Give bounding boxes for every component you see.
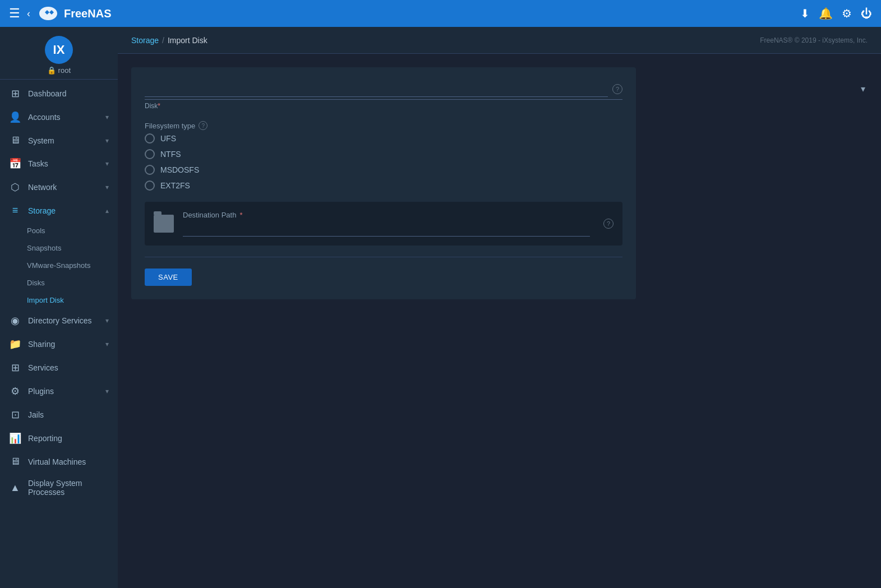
plugins-icon: ⚙ (9, 385, 21, 397)
filesystem-type-field-row: Filesystem type ? UFS NTFS (145, 121, 622, 191)
sidebar-item-snapshots[interactable]: Snapshots (0, 239, 118, 257)
sidebar-item-disks[interactable]: Disks (0, 274, 118, 291)
radio-option-msdosfs[interactable]: MSDOSFS (145, 165, 622, 175)
breadcrumb-separator: / (162, 36, 164, 45)
topbar: ☰ ‹ FreeNAS ⬇ 🔔 ⚙ ⏻ (0, 0, 881, 27)
form-area: ▾ ? Disk* Filesystem type ? (118, 54, 881, 588)
avatar-text: IX (53, 43, 65, 57)
sidebar-item-plugins[interactable]: ⚙ Plugins ▾ (0, 379, 118, 403)
power-icon[interactable]: ⏻ (861, 7, 872, 20)
topbar-icons: ⬇ 🔔 ⚙ ⏻ (800, 7, 872, 20)
sidebar-item-label: System (28, 136, 99, 145)
disk-required-star: * (158, 102, 160, 110)
destination-path-label: Destination Path * (183, 211, 590, 219)
dropdown-arrow-icon: ▾ (861, 84, 865, 94)
sidebar-item-virtual-machines[interactable]: 🖥 Virtual Machines (0, 450, 118, 473)
copyright-text: FreeNAS® © 2019 - iXsystems, Inc. (760, 36, 868, 44)
system-icon: 🖥 (9, 135, 21, 146)
form-divider (145, 257, 622, 257)
form-card: ▾ ? Disk* Filesystem type ? (131, 67, 636, 299)
download-icon[interactable]: ⬇ (800, 7, 810, 20)
sidebar-item-vmware-snapshots[interactable]: VMware-Snapshots (0, 257, 118, 274)
radio-circle-ufs (145, 133, 155, 143)
sidebar-item-label: Virtual Machines (28, 457, 109, 466)
logo: FreeNAS (37, 4, 111, 22)
breadcrumb: Storage / Import Disk (131, 36, 207, 45)
destination-path-input[interactable] (183, 223, 590, 237)
sidebar-item-directory-services[interactable]: ◉ Directory Services ▾ (0, 309, 118, 332)
chevron-down-icon: ▾ (105, 317, 109, 325)
sidebar-item-label: Services (28, 363, 109, 372)
layout: IX 🔒 root ⊞ Dashboard 👤 Accounts ▾ 🖥 Sys… (0, 27, 881, 588)
sidebar-item-pools[interactable]: Pools (0, 222, 118, 239)
jails-icon: ⊡ (9, 409, 21, 421)
sidebar-item-label: Storage (28, 206, 99, 215)
services-icon: ⊞ (9, 362, 21, 374)
destination-path-inner: Destination Path * (183, 211, 590, 237)
sidebar-sub-label: Disks (27, 279, 45, 287)
sidebar-item-tasks[interactable]: 📅 Tasks ▾ (0, 152, 118, 175)
display-system-processes-icon: ▲ (9, 482, 21, 494)
chevron-down-icon: ▾ (105, 183, 109, 191)
dest-required-star: * (239, 211, 242, 219)
notification-icon[interactable]: 🔔 (819, 7, 833, 20)
sidebar-item-label: Sharing (28, 340, 99, 349)
sidebar-item-label: Network (28, 183, 99, 192)
sidebar-sub-label: Snapshots (27, 244, 61, 252)
radio-circle-msdosfs (145, 165, 155, 175)
sidebar-item-display-system-processes[interactable]: ▲ Display System Processes (0, 473, 118, 502)
radio-label-ufs: UFS (160, 134, 176, 143)
disk-help-icon[interactable]: ? (612, 84, 622, 94)
topbar-left: ☰ ‹ FreeNAS (9, 4, 111, 22)
sidebar-item-network[interactable]: ⬡ Network ▾ (0, 175, 118, 199)
sidebar-item-label: Reporting (28, 434, 109, 443)
filesystem-radio-group: UFS NTFS MSDOSFS EXT2FS (145, 133, 622, 191)
hamburger-icon[interactable]: ☰ (9, 6, 20, 21)
virtual-machines-icon: 🖥 (9, 456, 21, 467)
disk-select-wrapper: ▾ ? (145, 81, 622, 100)
filesystem-type-help-icon[interactable]: ? (199, 121, 207, 130)
breadcrumb-bar: Storage / Import Disk FreeNAS® © 2019 - … (118, 27, 881, 54)
sidebar-item-label: Directory Services (28, 316, 99, 325)
logo-text: FreeNAS (64, 7, 111, 20)
dashboard-icon: ⊞ (9, 87, 21, 100)
freenas-logo-icon (37, 4, 59, 22)
destination-path-help-icon[interactable]: ? (603, 219, 614, 229)
lock-icon: 🔒 (47, 66, 56, 75)
sidebar-item-import-disk[interactable]: Import Disk (0, 291, 118, 309)
destination-path-box: Destination Path * ? (145, 202, 622, 246)
sidebar-item-system[interactable]: 🖥 System ▾ (0, 129, 118, 152)
sidebar-item-label: Accounts (28, 113, 99, 122)
radio-option-ntfs[interactable]: NTFS (145, 149, 622, 159)
sidebar-item-accounts[interactable]: 👤 Accounts ▾ (0, 105, 118, 129)
save-button[interactable]: SAVE (145, 268, 192, 286)
filesystem-type-label: Filesystem type ? (145, 121, 622, 130)
sidebar-item-storage[interactable]: ≡ Storage ▴ (0, 199, 118, 222)
tasks-icon: 📅 (9, 158, 21, 170)
chevron-down-icon: ▾ (105, 160, 109, 168)
sidebar-item-label: Plugins (28, 387, 99, 396)
user-name: 🔒 root (47, 66, 71, 75)
sidebar-item-sharing[interactable]: 📁 Sharing ▾ (0, 332, 118, 356)
breadcrumb-parent[interactable]: Storage (131, 36, 159, 45)
sidebar-item-label: Dashboard (28, 89, 109, 98)
sidebar-item-jails[interactable]: ⊡ Jails (0, 403, 118, 427)
radio-option-ufs[interactable]: UFS (145, 133, 622, 143)
radio-option-ext2fs[interactable]: EXT2FS (145, 180, 622, 191)
chevron-down-icon: ▾ (105, 113, 109, 121)
sidebar-item-reporting[interactable]: 📊 Reporting (0, 427, 118, 450)
storage-icon: ≡ (9, 205, 21, 216)
radio-circle-ext2fs (145, 180, 155, 191)
sidebar-item-dashboard[interactable]: ⊞ Dashboard (0, 82, 118, 105)
disk-label-text: Disk* (145, 102, 622, 110)
disk-select[interactable] (145, 81, 608, 97)
sidebar-item-services[interactable]: ⊞ Services (0, 356, 118, 379)
breadcrumb-current: Import Disk (168, 36, 207, 45)
settings-icon[interactable]: ⚙ (842, 7, 852, 20)
sidebar-item-label: Tasks (28, 159, 99, 168)
sidebar-item-label: Display System Processes (28, 479, 109, 497)
chevron-down-icon: ▾ (105, 387, 109, 395)
back-chevron-icon[interactable]: ‹ (27, 8, 30, 20)
radio-label-ext2fs: EXT2FS (160, 181, 190, 190)
disk-field-label: Disk (145, 102, 158, 110)
